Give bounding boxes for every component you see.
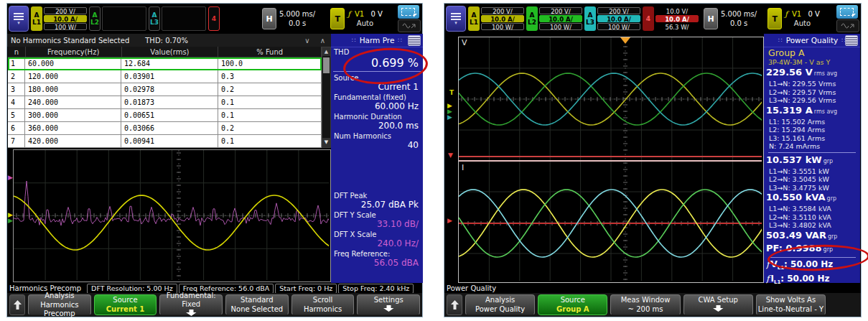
channel-scale-value[interactable]: 200 V/ <box>597 7 640 14</box>
channel-tag[interactable]: AL1 <box>468 6 480 31</box>
table-row[interactable]: 2120.0000.039010.3 <box>8 70 322 83</box>
channel-scale-value[interactable]: 10.0 V/ <box>655 7 699 14</box>
current-section-label: I <box>462 163 464 172</box>
table-cell: 360.000 <box>25 122 121 135</box>
main-menu-button[interactable]: ▾ <box>446 6 466 32</box>
channel-scale-value[interactable]: 10.0 A/ <box>44 15 87 22</box>
channel-number: L2 <box>90 19 99 26</box>
channel-tag[interactable]: AL3 <box>584 6 596 31</box>
channel-scale-stack: 200 V/10.0 A/100 W/ <box>539 7 582 30</box>
channel-tag[interactable]: AL3 <box>149 6 160 31</box>
channel-tag[interactable]: AL2 <box>526 6 538 31</box>
scroll-up-icon[interactable]: ▲ <box>322 47 330 56</box>
zoom-select-icon[interactable] <box>836 5 858 19</box>
waveform-compare-icon[interactable] <box>398 19 421 32</box>
table-scrollbar[interactable]: ▲ ▼ <box>322 47 331 148</box>
menu-button-cwa-setup[interactable]: CWA Setup <box>683 294 753 315</box>
horizontal-button[interactable]: H <box>704 8 718 29</box>
channel-scale-value[interactable]: 100 W/ <box>597 23 640 30</box>
i-n-ground-marker-icon[interactable]: ▶ <box>447 218 452 224</box>
channel2-ground-marker-icon[interactable]: ▶ <box>8 218 13 224</box>
channel-group-al1[interactable]: AL1200 V/10.0 A/100 W/ <box>468 6 524 31</box>
panel-line: 15.319 Arms avg <box>766 105 858 118</box>
channel-scale-value[interactable]: 56.3 W/ <box>655 23 699 30</box>
panel-menu-icon[interactable] <box>408 35 421 46</box>
hamburger-icon <box>14 13 24 14</box>
trigger-level-marker-icon[interactable]: T <box>449 90 454 96</box>
menu-button-fundamental-fixed[interactable]: Fundamental: Fixed <box>159 294 223 315</box>
table-cell: 100.0 <box>218 57 322 70</box>
delay-value: 0.0 s <box>279 19 315 28</box>
panel-line: 10.550 kVAgrp <box>766 192 858 205</box>
channel-tag[interactable]: 4 <box>208 6 220 31</box>
menu-caret-icon: ▾ <box>17 22 20 24</box>
channel-group-4[interactable]: 410.0 V/10.0 A/56.3 W/ <box>643 6 699 31</box>
waveform-compare-icon[interactable] <box>836 19 859 32</box>
channel-scale-value[interactable]: 100 W/ <box>481 23 524 30</box>
channel-group-al2[interactable]: AL2200 V/10.0 A/100 W/ <box>526 6 582 31</box>
table-row[interactable]: 4240.0000.018730.1 <box>8 96 322 109</box>
expand-chevron-icon[interactable]: ∧ <box>320 37 325 45</box>
table-row[interactable]: 3180.0000.029780.2 <box>8 83 322 96</box>
thd-summary: THD: 0.70% <box>145 37 188 45</box>
spectrum-ref-marker-icon[interactable]: ▶ <box>8 175 13 181</box>
channel-scale-value[interactable]: 10.0 A/ <box>655 15 699 22</box>
channel-scale-stack: 200 V/10.0 A/100 W/ <box>44 7 87 30</box>
channel-tag[interactable]: AL1 <box>31 6 42 31</box>
trigger-position-icon[interactable] <box>620 37 630 44</box>
channel-group-al1[interactable]: AL1200 V/10.0 A/100 W/ <box>31 6 87 31</box>
measurement-value: 10.550 kVA <box>766 192 826 203</box>
channel-group-al3[interactable]: AL3 <box>149 6 206 31</box>
timebase-value: 5.000 ms/ <box>721 9 757 19</box>
menu-up-button[interactable] <box>9 294 25 315</box>
scroll-down-icon[interactable]: ▼ <box>322 138 330 147</box>
channel-scale-value[interactable]: 100 W/ <box>539 23 582 30</box>
v-n-ground-marker-icon[interactable]: ▼ <box>448 152 453 159</box>
trigger-button[interactable]: T <box>767 8 782 29</box>
collapse-chevron-icon[interactable]: ∨ <box>304 37 309 45</box>
hamburger-icon <box>451 13 461 14</box>
menu-button-source[interactable]: SourceCurrent 1 <box>94 294 157 315</box>
zoom-select-icon[interactable] <box>398 5 419 19</box>
menu-button-standard[interactable]: StandardNone Selected <box>225 294 289 315</box>
channel-scale-value[interactable]: 200 V/ <box>481 7 524 14</box>
table-row[interactable]: 6360.0000.030660.2 <box>8 122 322 135</box>
menu-button-show-volts-as[interactable]: Show Volts AsLine-to-Neutral - Y <box>756 294 826 315</box>
v-l3-ground-marker-icon[interactable]: ▶ <box>447 114 452 121</box>
scrollbar-thumb[interactable] <box>323 57 330 73</box>
channel-scale-value[interactable]: 200 V/ <box>539 7 582 14</box>
panel-field-dft-peak: DFT Peak25.07 dBA Pk <box>331 191 423 210</box>
channel-group-al2[interactable]: AL2 <box>89 6 146 31</box>
table-row[interactable]: 5300.0000.006510.1 <box>8 109 322 122</box>
channel-scale-value[interactable]: 200 V/ <box>44 7 87 14</box>
menu-button-analysis[interactable]: AnalysisPower Quality <box>465 294 535 315</box>
table-row[interactable]: 160.00012.684100.0 <box>8 57 322 70</box>
panel-line: 229.56 Vrms avg <box>766 67 858 80</box>
channel-scale-value[interactable]: 10.0 A/ <box>597 15 640 22</box>
channel-group-4[interactable]: 4 <box>208 6 220 31</box>
table-row[interactable]: 7420.0000.009410.1 <box>8 135 322 148</box>
menu-button-settings[interactable]: Settings <box>357 294 420 315</box>
panel-line: L3: 15.161 Arms <box>766 134 858 143</box>
channel-scale-value[interactable]: 10.0 A/ <box>481 15 524 22</box>
horizontal-button[interactable]: H <box>262 8 276 29</box>
channel-scale-value[interactable]: 10.0 A/ <box>539 15 582 22</box>
menu-button-source[interactable]: SourceGroup A <box>538 294 607 315</box>
channel-scale-value[interactable]: 100 W/ <box>44 23 87 30</box>
main-menu-button[interactable]: ▾ <box>9 6 29 32</box>
channel-letter: A <box>588 11 593 19</box>
channel-tag[interactable]: 4 <box>643 6 654 31</box>
table-cell: 240.000 <box>25 96 121 109</box>
menu-button-analysis[interactable]: AnalysisHarmonics Precomp <box>28 294 91 315</box>
channel-letter: A <box>93 11 98 19</box>
menu-button-meas-window[interactable]: Meas Window~ 200 ms <box>610 294 680 315</box>
channel-letter: A <box>530 11 535 19</box>
measurement-suffix: rms avg <box>814 70 837 77</box>
channel-tag[interactable]: AL2 <box>89 6 101 31</box>
trigger-button[interactable]: T <box>330 8 345 29</box>
panel-line: PF: 0.9988grp <box>766 243 858 256</box>
panel-menu-icon[interactable] <box>845 35 858 46</box>
menu-up-button[interactable] <box>447 294 462 315</box>
channel-group-al3[interactable]: AL3200 V/10.0 A/100 W/ <box>584 6 640 31</box>
menu-button-scroll[interactable]: ScrollHarmonics <box>291 294 355 315</box>
